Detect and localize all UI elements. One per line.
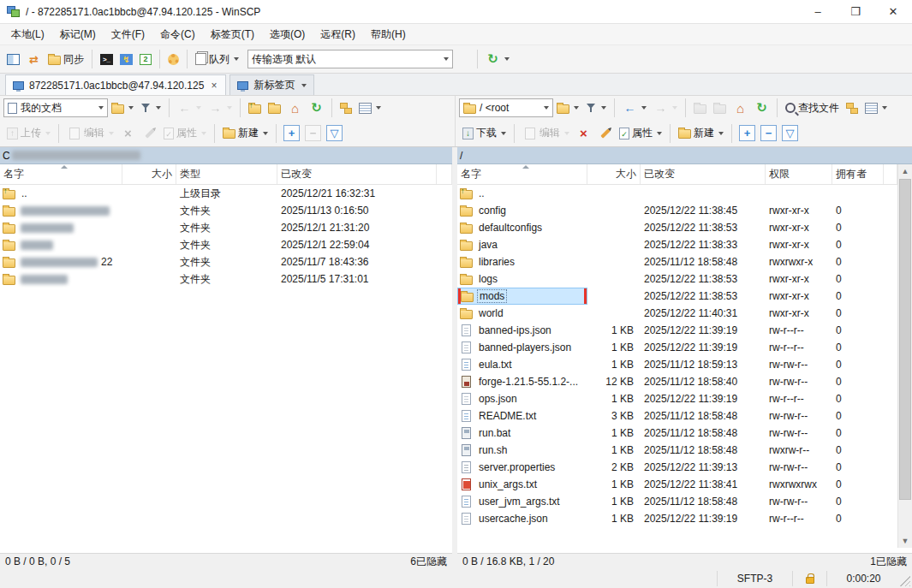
menu-local[interactable]: 本地(L): [3, 25, 52, 45]
table-row[interactable]: usercache.json1 KB2025/12/22 11:39:19rw-…: [457, 510, 897, 527]
table-row[interactable]: ↑..: [457, 185, 897, 202]
column-header-type[interactable]: 类型: [176, 164, 277, 184]
remote-back-button[interactable]: ←: [619, 98, 650, 118]
table-row[interactable]: ops.json1 KB2025/12/22 11:39:19rw-r--r--…: [457, 390, 897, 407]
table-row[interactable]: banned-ips.json1 KB2025/12/22 11:39:19rw…: [457, 322, 897, 339]
vertical-scrollbar[interactable]: ▲ ▼: [897, 164, 912, 548]
table-row[interactable]: user_jvm_args.txt1 KB2025/11/12 18:58:48…: [457, 493, 897, 510]
local-rename-button[interactable]: [139, 123, 160, 143]
table-row[interactable]: banned-players.json1 KB2025/12/22 11:39:…: [457, 339, 897, 356]
transfer-button[interactable]: ↯: [116, 51, 136, 68]
remote-open-directory-button[interactable]: [553, 100, 582, 116]
table-row[interactable]: 文件夹2025/12/1 22:59:04: [0, 236, 452, 253]
local-hidden-count[interactable]: 6已隐藏: [410, 555, 447, 569]
queue-button[interactable]: 队列: [192, 50, 242, 69]
menu-tabs[interactable]: 标签页(T): [203, 25, 262, 45]
local-view-button[interactable]: [355, 100, 384, 116]
synchronize-button[interactable]: 同步: [45, 50, 87, 69]
table-row[interactable]: run.bat1 KB2025/11/12 18:58:48rw-rw-r--0: [457, 425, 897, 442]
menu-commands[interactable]: 命令(C): [152, 25, 203, 45]
table-row[interactable]: 22文件夹2025/11/7 18:43:36: [0, 253, 452, 270]
table-row[interactable]: defaultconfigs2025/12/22 11:38:53rwxr-xr…: [457, 219, 897, 236]
minimize-button[interactable]: –: [799, 0, 837, 23]
local-path-bar[interactable]: C: [0, 147, 452, 164]
maximize-button[interactable]: ❒: [837, 0, 874, 23]
local-drive-combo[interactable]: 我的文档: [3, 98, 108, 117]
remote-directory-combo[interactable]: / <root: [459, 98, 553, 117]
local-edit-button[interactable]: 编辑: [63, 123, 117, 143]
column-header-changed[interactable]: 已改变: [641, 164, 766, 184]
open-terminal-button[interactable]: >_: [97, 51, 116, 68]
local-back-button[interactable]: ←: [174, 98, 205, 118]
close-button[interactable]: ✕: [874, 0, 912, 23]
local-home-button[interactable]: ⌂: [284, 98, 306, 118]
column-header-name[interactable]: 名字: [0, 164, 122, 184]
scrollbar-thumb[interactable]: [899, 179, 911, 500]
table-row[interactable]: 文件夹2025/11/13 0:16:50: [0, 202, 452, 219]
remote-new-button[interactable]: 新建: [675, 123, 727, 143]
scroll-down-icon[interactable]: ▼: [898, 534, 912, 548]
remote-forward-button[interactable]: →: [650, 98, 681, 118]
table-row[interactable]: java2025/12/22 11:38:33rwxr-xr-x0: [457, 236, 897, 253]
close-tab-icon[interactable]: ×: [209, 80, 218, 92]
protocol-indicator[interactable]: SFTP-3: [717, 571, 792, 586]
table-row[interactable]: libraries2025/11/12 18:58:48rwxrwxr-x0: [457, 253, 897, 270]
table-row[interactable]: server.properties2 KB2025/12/22 11:39:13…: [457, 459, 897, 476]
swap-panels-button[interactable]: ⇄: [23, 50, 45, 69]
table-row[interactable]: unix_args.txt1 KB2025/12/22 11:38:41rwxr…: [457, 476, 897, 493]
transfer-settings-combo[interactable]: 传输选项 默认: [247, 50, 453, 68]
upload-button[interactable]: ↑ 上传: [3, 123, 54, 143]
new-tab-button[interactable]: 新标签页: [229, 74, 314, 95]
table-row[interactable]: ↑..上级目录2025/12/21 16:32:31: [0, 185, 452, 202]
local-filter-button[interactable]: [137, 100, 164, 116]
column-header-size[interactable]: 大小: [587, 164, 641, 184]
remote-edit-button[interactable]: 编辑: [519, 123, 573, 143]
local-tree-button[interactable]: [337, 100, 355, 116]
layout-button[interactable]: [3, 51, 23, 68]
local-forward-button[interactable]: →: [205, 98, 235, 118]
column-header-changed[interactable]: 已改变: [277, 164, 437, 184]
table-row[interactable]: README.txt3 KB2025/11/12 18:58:48rw-rw-r…: [457, 407, 897, 425]
local-open-directory-button[interactable]: [108, 100, 137, 116]
local-new-button[interactable]: 新建: [219, 123, 271, 143]
scroll-up-icon[interactable]: ▲: [898, 164, 912, 178]
local-properties-button[interactable]: ✓ 属性: [160, 123, 210, 143]
local-root-directory-button[interactable]: [265, 100, 284, 116]
local-parent-directory-button[interactable]: ↑: [245, 100, 265, 116]
menu-options[interactable]: 选项(O): [262, 25, 313, 45]
select-files-button[interactable]: +: [283, 125, 300, 141]
menu-file[interactable]: 文件(F): [104, 25, 152, 45]
column-header-owner[interactable]: 拥有者: [832, 164, 884, 184]
remote-filter-button[interactable]: [582, 100, 610, 116]
session-tab[interactable]: 872285171.0ac1bbcb@47.94.120.125 ×: [5, 74, 226, 95]
column-header-name[interactable]: 名字: [457, 164, 587, 184]
remote-home-button[interactable]: ⌂: [730, 98, 751, 118]
remote-parent-directory-button[interactable]: [690, 100, 710, 116]
remote-view-button[interactable]: [861, 100, 891, 116]
local-delete-button[interactable]: ×: [117, 123, 139, 143]
table-row[interactable]: eula.txt1 KB2025/11/12 18:59:13rw-rw-r--…: [457, 356, 897, 373]
resize-grip[interactable]: [900, 576, 910, 586]
menu-remote[interactable]: 远程(R): [313, 25, 363, 45]
menu-help[interactable]: 帮助(H): [363, 25, 414, 45]
table-row[interactable]: run.sh1 KB2025/11/12 18:58:48rwxrw-r--0: [457, 442, 897, 459]
table-row[interactable]: 文件夹2025/11/5 17:31:01: [0, 270, 452, 288]
table-row[interactable]: 文件夹2025/12/1 21:31:20: [0, 219, 452, 236]
unselect-files-button[interactable]: −: [760, 125, 777, 141]
select-files-button[interactable]: +: [739, 125, 755, 141]
filter-files-button[interactable]: ▽: [326, 125, 343, 141]
session-duration[interactable]: 0:00:20: [826, 571, 900, 586]
update-button[interactable]: ↻: [482, 50, 513, 69]
preferences-button[interactable]: [164, 51, 182, 68]
local-refresh-button[interactable]: ↻: [306, 98, 327, 118]
remote-refresh-button[interactable]: ↻: [751, 98, 772, 118]
find-files-button[interactable]: 查找文件: [782, 98, 843, 118]
menu-mark[interactable]: 标记(M): [52, 25, 104, 45]
remote-hidden-count[interactable]: 1已隐藏: [870, 555, 907, 569]
remote-delete-button[interactable]: ×: [573, 123, 594, 143]
encryption-indicator[interactable]: [792, 571, 826, 586]
download-button[interactable]: ↓ 下载: [459, 123, 510, 143]
remote-properties-button[interactable]: ✓ 属性: [616, 123, 665, 143]
remote-rename-button[interactable]: [594, 123, 616, 143]
column-header-perms[interactable]: 权限: [766, 164, 832, 184]
